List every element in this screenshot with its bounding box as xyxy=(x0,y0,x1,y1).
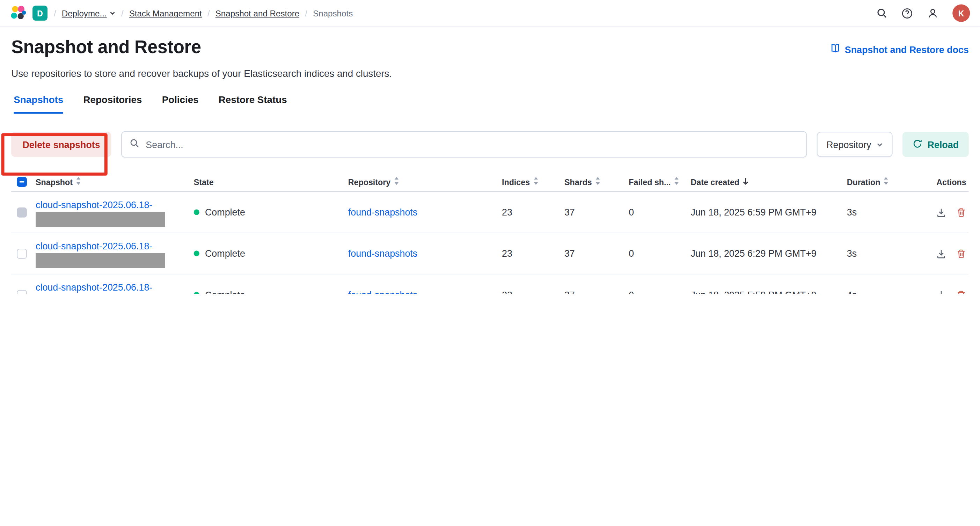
breadcrumb-stack-management[interactable]: Stack Management xyxy=(129,8,202,18)
repository-filter-button[interactable]: Repository xyxy=(817,132,892,157)
snapshot-cell: cloud-snapshot-2025.06.18- xyxy=(36,239,194,267)
repository-link[interactable]: found-snapshots xyxy=(348,248,417,259)
column-header-indices[interactable]: Indices xyxy=(502,177,565,187)
failed-shards-value: 0 xyxy=(628,248,690,259)
tab-repositories[interactable]: Repositories xyxy=(83,94,142,113)
download-icon[interactable] xyxy=(936,207,947,217)
page-header: Snapshot and Restore Snapshot and Restor… xyxy=(0,27,980,58)
state-cell: Complete xyxy=(194,248,348,259)
column-label: Shards xyxy=(565,177,592,186)
column-label: Snapshot xyxy=(36,177,73,186)
column-label: Failed sh... xyxy=(628,177,671,186)
snapshot-link[interactable]: cloud-snapshot-2025.06.18- xyxy=(36,199,152,210)
snapshot-link[interactable]: cloud-snapshot-2025.06.18- xyxy=(36,281,152,292)
breadcrumb-snapshots: Snapshots xyxy=(313,8,353,18)
column-header-state: State xyxy=(194,177,348,186)
duration-value: 3s xyxy=(847,207,923,217)
breadcrumb-separator: / xyxy=(121,8,124,18)
deployment-badge[interactable]: D xyxy=(32,6,48,21)
search-box xyxy=(121,131,807,157)
download-icon[interactable] xyxy=(936,248,947,259)
download-icon[interactable] xyxy=(936,289,947,294)
repository-cell: found-snapshots xyxy=(348,207,502,217)
select-all-cell xyxy=(11,177,36,187)
shards-value: 37 xyxy=(565,289,628,294)
snapshot-cell: cloud-snapshot-2025.06.18- xyxy=(36,198,194,226)
column-header-duration[interactable]: Duration xyxy=(847,177,923,187)
column-label: Actions xyxy=(936,177,966,186)
reload-label: Reload xyxy=(928,139,959,149)
snapshots-toolbar: Delete snapshots Repository Reload xyxy=(0,131,980,157)
snapshot-restore-page: D / Deployme... / Stack Management / Sna… xyxy=(0,0,980,294)
docs-icon xyxy=(830,43,840,56)
snapshot-link[interactable]: cloud-snapshot-2025.06.18- xyxy=(36,240,152,251)
status-dot xyxy=(194,292,199,294)
column-label: State xyxy=(194,177,214,186)
delete-icon[interactable] xyxy=(956,289,966,294)
duration-value: 4s xyxy=(847,289,923,294)
sort-icon xyxy=(533,177,539,187)
breadcrumb-separator: / xyxy=(54,8,56,18)
reload-icon xyxy=(913,138,923,150)
state-label: Complete xyxy=(205,248,245,259)
state-cell: Complete xyxy=(194,289,348,294)
state-cell: Complete xyxy=(194,207,348,217)
column-header-shards[interactable]: Shards xyxy=(565,177,628,187)
search-icon[interactable] xyxy=(876,7,888,19)
status-dot xyxy=(194,251,199,256)
column-label: Repository xyxy=(348,177,391,186)
sort-icon xyxy=(883,177,889,187)
breadcrumb-deployment[interactable]: Deployme... xyxy=(62,8,116,18)
table-row: cloud-snapshot-2025.06.18- Complete foun… xyxy=(11,192,969,233)
tab-policies[interactable]: Policies xyxy=(162,94,199,113)
breadcrumb-separator: / xyxy=(305,8,307,18)
column-header-snapshot[interactable]: Snapshot xyxy=(36,177,194,187)
delete-icon[interactable] xyxy=(956,207,966,217)
docs-link-label: Snapshot and Restore docs xyxy=(845,44,969,54)
page-title: Snapshot and Restore xyxy=(11,37,201,58)
state-label: Complete xyxy=(205,207,245,217)
shards-value: 37 xyxy=(565,248,628,259)
docs-link[interactable]: Snapshot and Restore docs xyxy=(830,43,969,56)
repository-link[interactable]: found-snapshots xyxy=(348,207,417,217)
table-header-row: Snapshot State Repository Indices Shards… xyxy=(11,173,969,192)
breadcrumb-deployment-label: Deployme... xyxy=(62,8,107,18)
column-header-failed-shards[interactable]: Failed sh... xyxy=(628,177,690,187)
reload-button[interactable]: Reload xyxy=(902,132,969,157)
delete-icon[interactable] xyxy=(956,248,966,259)
elastic-logo-icon[interactable] xyxy=(10,5,27,21)
row-checkbox[interactable] xyxy=(17,289,27,294)
column-label: Indices xyxy=(502,177,530,186)
column-header-repository[interactable]: Repository xyxy=(348,177,502,187)
indices-value: 23 xyxy=(502,248,565,259)
select-all-checkbox[interactable] xyxy=(17,177,27,187)
failed-shards-value: 0 xyxy=(628,207,690,217)
row-checkbox[interactable] xyxy=(17,248,27,259)
help-icon[interactable] xyxy=(901,7,913,19)
date-created-value: Jun 18, 2025 6:59 PM GMT+9 xyxy=(690,207,846,217)
delete-snapshots-button[interactable]: Delete snapshots xyxy=(11,132,111,157)
page-description: Use repositories to store and recover ba… xyxy=(0,68,980,79)
search-input[interactable] xyxy=(145,138,799,150)
user-settings-icon[interactable] xyxy=(927,7,939,19)
breadcrumb-snapshot-restore[interactable]: Snapshot and Restore xyxy=(215,8,299,18)
user-avatar[interactable]: K xyxy=(952,5,970,22)
column-header-date-created[interactable]: Date created xyxy=(690,177,846,186)
redacted-snapshot-suffix xyxy=(36,253,165,268)
redacted-snapshot-suffix xyxy=(36,212,165,227)
repository-link[interactable]: found-snapshots xyxy=(348,289,417,294)
actions-cell xyxy=(923,289,969,294)
snapshots-table: Snapshot State Repository Indices Shards… xyxy=(11,173,969,294)
shards-value: 37 xyxy=(565,207,628,217)
sort-icon xyxy=(674,177,679,187)
row-checkbox-cell xyxy=(11,248,36,259)
breadcrumb: / Deployme... / Stack Management / Snaps… xyxy=(54,8,353,18)
topbar-actions: K xyxy=(876,5,970,22)
row-checkbox[interactable] xyxy=(17,207,27,217)
date-created-value: Jun 18, 2025 5:59 PM GMT+9 xyxy=(690,289,846,294)
actions-cell xyxy=(923,207,969,217)
sort-desc-icon xyxy=(743,177,749,186)
indices-value: 23 xyxy=(502,207,565,217)
tab-restore-status[interactable]: Restore Status xyxy=(219,94,287,113)
tab-snapshots[interactable]: Snapshots xyxy=(14,94,63,113)
